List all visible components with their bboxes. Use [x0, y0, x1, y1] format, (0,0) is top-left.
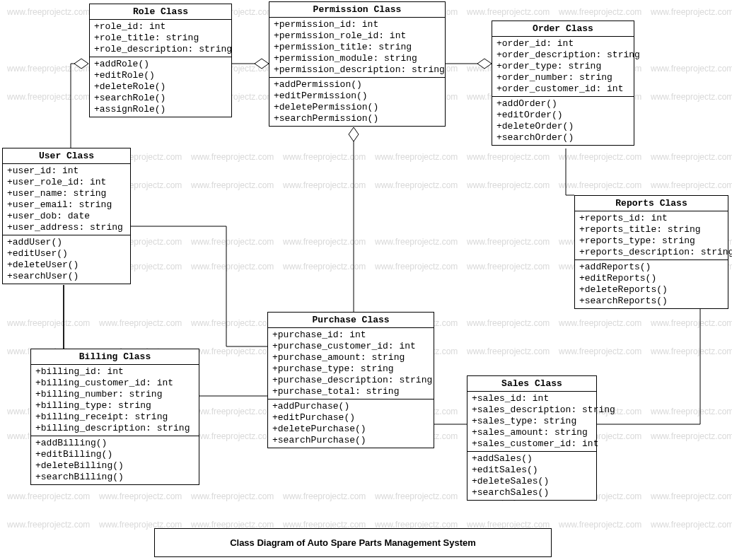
watermark-text: www.freeprojectz.com [559, 152, 641, 162]
class-member: +deleteUser() [7, 259, 126, 271]
sales-class-attrs: +sales_id: int+sales_description: string… [467, 392, 596, 452]
permission-class-attrs: +permission_id: int+permission_role_id: … [269, 18, 445, 78]
class-member: +sales_description: string [472, 404, 592, 416]
sales-class-title: Sales Class [467, 376, 596, 392]
watermark-text: www.freeprojectz.com [7, 64, 90, 74]
class-member: +role_description: string [94, 44, 227, 55]
class-member: +reports_id: int [579, 213, 724, 224]
class-member: +order_type: string [496, 61, 629, 72]
class-member: +editOrder() [496, 110, 629, 121]
class-member: +permission_id: int [274, 19, 441, 30]
class-member: +billing_type: string [35, 400, 194, 412]
watermark-text: www.freeprojectz.com [191, 407, 274, 416]
watermark-text: www.freeprojectz.com [7, 92, 90, 102]
class-member: +purchase_type: string [272, 363, 429, 375]
class-member: +deletePurchase() [272, 424, 429, 435]
sales-class-ops: +addSales()+editSales()+deleteSales()+se… [467, 452, 596, 500]
class-member: +searchRole() [94, 93, 227, 104]
watermark-text: www.freeprojectz.com [467, 237, 550, 247]
class-member: +user_email: string [7, 199, 126, 211]
class-member: +purchase_description: string [272, 375, 429, 386]
class-member: +addRole() [94, 59, 227, 70]
watermark-text: www.freeprojectz.com [651, 152, 732, 162]
class-member: +addOrder() [496, 98, 629, 110]
watermark-text: www.freeprojectz.com [191, 431, 274, 441]
watermark-text: www.freeprojectz.com [7, 7, 90, 17]
class-member: +editPurchase() [272, 412, 429, 424]
user-class-title: User Class [3, 148, 130, 164]
watermark-text: www.freeprojectz.com [651, 520, 732, 530]
watermark-text: www.freeprojectz.com [559, 346, 641, 356]
class-member: +searchPermission() [274, 113, 441, 124]
watermark-text: www.freeprojectz.com [559, 520, 641, 530]
watermark-text: www.freeprojectz.com [283, 237, 366, 247]
watermark-text: www.freeprojectz.com [651, 7, 732, 17]
watermark-text: www.freeprojectz.com [651, 407, 732, 416]
class-member: +deleteReports() [579, 284, 724, 296]
class-member: +deleteBilling() [35, 460, 194, 472]
purchase-class-ops: +addPurchase()+editPurchase()+deletePurc… [268, 399, 434, 448]
class-member: +deleteSales() [472, 476, 592, 487]
class-member: +searchReports() [579, 296, 724, 307]
class-member: +sales_customer_id: int [472, 438, 592, 450]
watermark-text: www.freeprojectz.com [191, 262, 274, 272]
class-member: +role_title: string [94, 33, 227, 44]
class-member: +billing_customer_id: int [35, 378, 194, 389]
permission-class-ops: +addPermission()+editPermission()+delete… [269, 78, 445, 126]
reports-class-attrs: +reports_id: int+reports_title: string+r… [575, 211, 728, 260]
class-member: +order_description: string [496, 49, 629, 61]
class-member: +billing_receipt: string [35, 412, 194, 423]
class-member: +editPermission() [274, 91, 441, 102]
watermark-text: www.freeprojectz.com [559, 318, 641, 328]
order-class-ops: +addOrder()+editOrder()+deleteOrder()+se… [492, 97, 634, 145]
reports-class-title: Reports Class [575, 196, 728, 211]
billing-class-attrs: +billing_id: int+billing_customer_id: in… [31, 365, 199, 436]
class-member: +addUser() [7, 237, 126, 248]
watermark-text: www.freeprojectz.com [651, 64, 732, 74]
class-member: +sales_amount: string [472, 427, 592, 438]
diagram-title: Class Diagram of Auto Spare Parts Manage… [154, 528, 552, 557]
class-member: +order_id: int [496, 38, 629, 49]
watermark-text: www.freeprojectz.com [375, 152, 458, 162]
watermark-text: www.freeprojectz.com [99, 318, 182, 328]
watermark-text: www.freeprojectz.com [467, 7, 550, 17]
class-member: +deleteOrder() [496, 121, 629, 132]
class-member: +billing_id: int [35, 366, 194, 378]
class-member: +permission_role_id: int [274, 30, 441, 42]
watermark-text: www.freeprojectz.com [283, 262, 366, 272]
class-member: +deleteRole() [94, 81, 227, 93]
class-member: +editRole() [94, 70, 227, 81]
class-member: +addSales() [472, 453, 592, 465]
class-member: +editReports() [579, 273, 724, 284]
class-member: +addReports() [579, 262, 724, 273]
watermark-text: www.freeprojectz.com [651, 431, 732, 441]
svg-marker-2 [477, 59, 492, 69]
watermark-text: www.freeprojectz.com [191, 491, 274, 501]
class-member: +purchase_amount: string [272, 352, 429, 363]
class-member: +addPermission() [274, 79, 441, 91]
watermark-text: www.freeprojectz.com [375, 491, 458, 501]
class-member: +searchUser() [7, 271, 126, 282]
class-member: +billing_number: string [35, 389, 194, 400]
class-member: +billing_description: string [35, 423, 194, 434]
watermark-text: www.freeprojectz.com [651, 346, 732, 356]
user-class-attrs: +user_id: int+user_role_id: int+user_nam… [3, 164, 130, 235]
role-class-title: Role Class [90, 4, 231, 20]
watermark-text: www.freeprojectz.com [651, 92, 732, 102]
watermark-text: www.freeprojectz.com [7, 491, 90, 501]
billing-class: Billing Class +billing_id: int+billing_c… [30, 349, 199, 485]
watermark-text: www.freeprojectz.com [375, 262, 458, 272]
class-member: +assignRole() [94, 104, 227, 115]
class-member: +addBilling() [35, 438, 194, 449]
purchase-class: Purchase Class +purchase_id: int+purchas… [267, 312, 434, 448]
class-member: +permission_title: string [274, 42, 441, 53]
class-member: +sales_type: string [472, 416, 592, 427]
watermark-text: www.freeprojectz.com [283, 180, 366, 190]
watermark-text: www.freeprojectz.com [7, 318, 90, 328]
class-member: +reports_title: string [579, 224, 724, 235]
class-member: +editUser() [7, 248, 126, 259]
reports-class: Reports Class +reports_id: int+reports_t… [574, 195, 728, 309]
class-member: +searchOrder() [496, 132, 629, 144]
role-class-ops: +addRole()+editRole()+deleteRole()+searc… [90, 57, 231, 117]
watermark-text: www.freeprojectz.com [651, 318, 732, 328]
